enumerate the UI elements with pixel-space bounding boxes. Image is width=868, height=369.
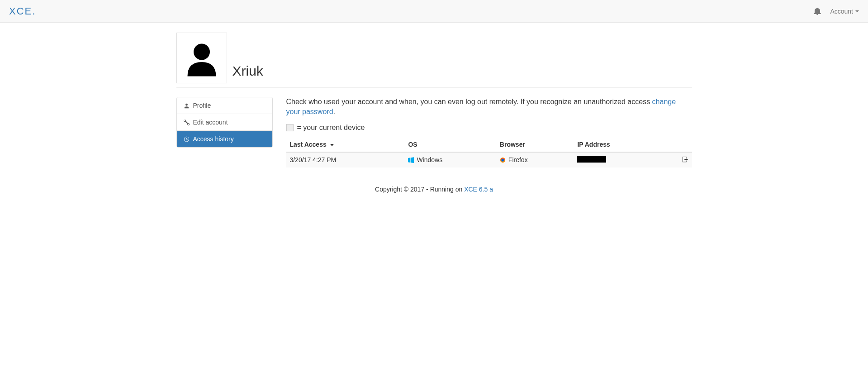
logout-icon[interactable] bbox=[682, 157, 688, 164]
description-prefix: Check who used your account and when, yo… bbox=[286, 98, 652, 105]
avatar-silhouette-icon bbox=[181, 38, 222, 78]
account-label: Account bbox=[830, 8, 853, 15]
main-container: Xriuk Profile Edit account bbox=[170, 33, 699, 193]
sort-caret-icon bbox=[330, 144, 334, 146]
brand-link[interactable]: XCE. bbox=[9, 5, 36, 17]
clock-icon bbox=[184, 136, 190, 142]
column-label: Last Access bbox=[290, 141, 327, 148]
browser-label: Firefox bbox=[508, 156, 528, 163]
description-suffix: . bbox=[333, 108, 335, 115]
column-last-access[interactable]: Last Access bbox=[286, 137, 405, 152]
main-content: Check who used your account and when, yo… bbox=[286, 97, 692, 168]
os-label: Windows bbox=[417, 156, 442, 163]
sidebar-item-edit-account[interactable]: Edit account bbox=[177, 114, 272, 131]
sidebar-item-label: Profile bbox=[193, 102, 211, 109]
sidebar: Profile Edit account Access history bbox=[176, 97, 273, 168]
column-browser[interactable]: Browser bbox=[496, 137, 574, 152]
cell-os: Windows bbox=[404, 152, 496, 168]
chevron-down-icon bbox=[855, 10, 859, 12]
svg-point-0 bbox=[194, 44, 210, 60]
device-indicator-icon bbox=[286, 124, 294, 131]
current-device-legend: = your current device bbox=[286, 124, 692, 132]
user-icon bbox=[184, 103, 190, 109]
version-link[interactable]: XCE 6.5 a bbox=[464, 186, 493, 193]
navbar: XCE. Account bbox=[0, 0, 868, 23]
cell-ip bbox=[574, 152, 662, 168]
cell-last-access: 3/20/17 4:27 PM bbox=[286, 152, 405, 168]
avatar bbox=[176, 33, 227, 83]
cell-browser: Firefox bbox=[496, 152, 574, 168]
wrench-icon bbox=[184, 120, 190, 125]
account-dropdown[interactable]: Account bbox=[830, 8, 859, 15]
table-row: 3/20/17 4:27 PM Windows bbox=[286, 152, 692, 168]
column-os[interactable]: OS bbox=[404, 137, 496, 152]
access-history-table: Last Access OS Browser IP Address 3/20/1… bbox=[286, 137, 692, 168]
page-title: Xriuk bbox=[232, 63, 263, 79]
notifications-icon[interactable] bbox=[814, 8, 821, 15]
sidebar-item-access-history[interactable]: Access history bbox=[177, 131, 272, 147]
current-device-label: = your current device bbox=[297, 124, 365, 132]
column-ip[interactable]: IP Address bbox=[574, 137, 662, 152]
sidebar-item-label: Access history bbox=[193, 135, 234, 143]
description-text: Check who used your account and when, yo… bbox=[286, 97, 692, 117]
column-actions bbox=[662, 137, 692, 152]
page-header: Xriuk bbox=[176, 33, 692, 88]
svg-point-2 bbox=[501, 158, 504, 162]
sidebar-item-label: Edit account bbox=[193, 119, 228, 126]
copyright-text: Copyright © 2017 - Running on bbox=[375, 186, 464, 193]
ip-redacted bbox=[577, 156, 606, 163]
footer: Copyright © 2017 - Running on XCE 6.5 a bbox=[176, 186, 692, 193]
windows-icon bbox=[408, 157, 414, 163]
cell-actions bbox=[662, 152, 692, 168]
firefox-icon bbox=[500, 157, 506, 163]
sidebar-item-profile[interactable]: Profile bbox=[177, 97, 272, 114]
